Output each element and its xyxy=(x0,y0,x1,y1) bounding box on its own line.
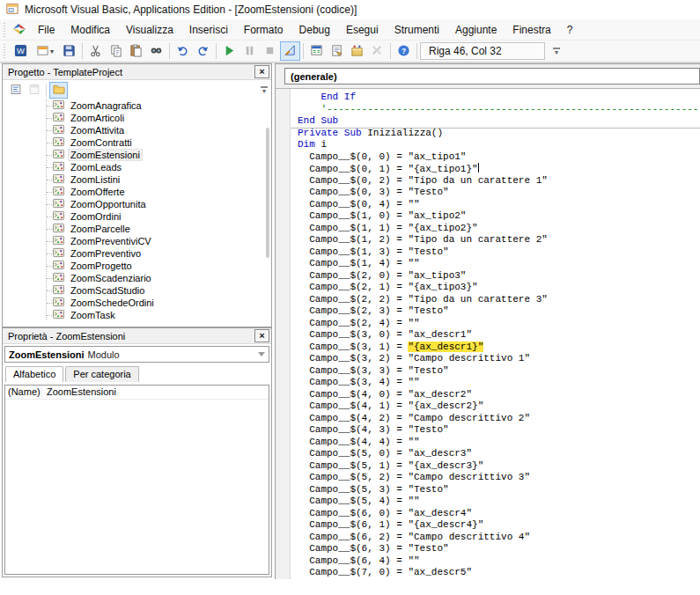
toolbar-overflow-button[interactable]: ▾ xyxy=(550,42,563,60)
menu-formato[interactable]: Formato xyxy=(236,21,291,39)
save-button[interactable] xyxy=(59,41,79,61)
code-line[interactable]: Campo__$(3, 3) = "Testo" xyxy=(298,365,700,378)
code-line[interactable]: Campo__$(4, 0) = "ax_descr2" xyxy=(298,389,700,401)
tab-alfabetico[interactable]: Alfabetico xyxy=(5,366,63,382)
code-line[interactable]: Campo__$(4, 4) = "" xyxy=(298,437,700,449)
cut-button[interactable] xyxy=(85,41,106,61)
code-line[interactable]: Campo__$(6, 0) = "ax_descr4" xyxy=(298,508,700,520)
menu-modifica[interactable]: Modifica xyxy=(63,21,118,39)
tree-item-zoomopportunita[interactable]: ZoomOpportunita xyxy=(3,198,271,210)
code-line[interactable]: Campo__$(6, 3) = "Testo" xyxy=(298,543,700,555)
menu-visualizza[interactable]: Visualizza xyxy=(118,21,181,39)
project-toolbar-overflow-button[interactable]: ▾ xyxy=(258,81,270,99)
object-browser-button[interactable] xyxy=(347,41,367,61)
view-object-button[interactable] xyxy=(25,82,43,99)
code-line[interactable]: Campo__$(2, 2) = "Tipo da un carattere 3… xyxy=(298,294,700,306)
tree-item-zoomprogetto[interactable]: ZoomProgetto xyxy=(3,260,271,272)
find-button[interactable] xyxy=(146,41,166,61)
code-line[interactable]: Campo__$(2, 4) = "" xyxy=(298,318,700,330)
tree-item-zoomcontratti[interactable]: ZoomContratti xyxy=(3,136,271,149)
code-line[interactable]: Dim i xyxy=(298,139,700,151)
code-line[interactable]: Campo__$(3, 2) = "Campo descrittivo 1" xyxy=(298,353,700,365)
code-line[interactable]: Campo__$(5, 2) = "Campo descrittivo 3" xyxy=(298,472,700,484)
code-line[interactable]: Campo__$(1, 0) = "ax_tipo2" xyxy=(298,210,700,223)
project-close-button[interactable]: × xyxy=(254,65,269,78)
toolbox-button[interactable] xyxy=(367,41,387,61)
code-line[interactable]: Campo__$(4, 2) = "Campo descrittivo 2" xyxy=(298,413,700,425)
properties-close-button[interactable]: × xyxy=(254,329,269,342)
tree-item-zoomlistini[interactable]: ZoomListini xyxy=(3,173,271,186)
code-line[interactable]: Campo__$(1, 2) = "Tipo da un carattere 2… xyxy=(298,234,700,246)
tree-item-zoomleads[interactable]: ZoomLeads xyxy=(3,161,271,173)
code-line[interactable]: Campo__$(1, 3) = "Testo" xyxy=(298,246,700,259)
code-line[interactable]: Campo__$(5, 4) = "" xyxy=(298,496,700,508)
copy-button[interactable] xyxy=(106,41,126,61)
tree-item-zoomparcelle[interactable]: ZoomParcelle xyxy=(3,223,271,235)
code-line[interactable]: Campo__$(1, 4) = "" xyxy=(298,258,700,270)
code-line[interactable]: Campo__$(0, 2) = "Tipo da un carattere 1… xyxy=(298,175,700,187)
redo-button[interactable] xyxy=(193,41,213,61)
design-mode-button[interactable] xyxy=(280,41,300,61)
code-line[interactable]: '---------------------------------------… xyxy=(298,104,700,116)
code-line[interactable]: Campo__$(4, 3) = "Testo" xyxy=(298,424,700,437)
tree-item-zoompreventivo[interactable]: ZoomPreventivo xyxy=(3,247,271,260)
tab-per-categoria[interactable]: Per categoria xyxy=(65,366,138,382)
property-value-cell[interactable]: ZoomEstensioni xyxy=(42,386,269,399)
code-line[interactable]: Campo__$(4, 1) = "{ax_descr2}" xyxy=(298,400,700,413)
code-line[interactable]: Campo__$(0, 4) = "" xyxy=(298,199,700,211)
reset-button[interactable] xyxy=(260,41,280,61)
code-line[interactable]: Campo__$(2, 0) = "ax_tipo3" xyxy=(298,270,700,283)
toggle-folders-button[interactable] xyxy=(49,82,68,99)
code-line[interactable]: Campo__$(6, 4) = "" xyxy=(298,555,700,568)
code-line[interactable]: Campo__$(5, 0) = "ax_descr3" xyxy=(298,448,700,460)
paste-button[interactable] xyxy=(126,41,146,61)
code-line[interactable]: Campo__$(0, 1) = "{ax_tipo1}" xyxy=(298,163,700,175)
view-microsoft-word-button[interactable]: W xyxy=(11,41,31,61)
insert-userform-button[interactable]: ▾ xyxy=(31,41,59,61)
code-line[interactable]: End If xyxy=(298,92,700,104)
code-line[interactable]: Campo__$(0, 3) = "Testo" xyxy=(298,187,700,199)
code-line[interactable]: Campo__$(5, 3) = "Testo" xyxy=(298,484,700,496)
menu-strumenti[interactable]: Strumenti xyxy=(387,21,447,39)
tree-item-zoomscadenziario[interactable]: ZoomScadenziario xyxy=(3,272,271,284)
help-button[interactable]: ? xyxy=(394,41,414,61)
code-line[interactable]: Campo__$(7, 0) = "ax_descr5" xyxy=(298,567,700,579)
tree-item-zoomschedeordini[interactable]: ZoomSchedeOrdini xyxy=(3,297,271,309)
tree-item-zoomtask[interactable]: ZoomTask xyxy=(3,309,271,321)
break-button[interactable] xyxy=(239,41,260,61)
tree-item-zoomestensioni[interactable]: ZoomEstensioni xyxy=(3,149,271,161)
code-line[interactable]: Campo__$(2, 1) = "{ax_tipo3}" xyxy=(298,282,700,294)
tree-item-zoomordini[interactable]: ZoomOrdini xyxy=(3,210,271,223)
code-margin-indicator-bar[interactable] xyxy=(276,89,291,579)
code-line[interactable]: Campo__$(6, 1) = "{ax_descr4}" xyxy=(298,519,700,532)
menu-debug[interactable]: Debug xyxy=(291,21,338,39)
view-code-button[interactable] xyxy=(6,82,25,99)
tree-item-zoomanagrafica[interactable]: ZoomAnagrafica xyxy=(3,99,271,112)
code-line[interactable]: Campo__$(2, 3) = "Testo" xyxy=(298,305,700,318)
code-line[interactable]: Campo__$(0, 0) = "ax_tipo1" xyxy=(298,151,700,164)
menu-[interactable]: ? xyxy=(559,21,581,39)
tree-item-zoomarticoli[interactable]: ZoomArticoli xyxy=(3,112,271,124)
menu-finestra[interactable]: Finestra xyxy=(505,21,558,39)
menu-inserisci[interactable]: Inserisci xyxy=(181,21,236,39)
menu-esegui[interactable]: Esegui xyxy=(338,21,387,39)
menu-aggiunte[interactable]: Aggiunte xyxy=(447,21,505,39)
project-explorer-button[interactable] xyxy=(306,41,327,61)
tree-item-zoompreventivicv[interactable]: ZoomPreventiviCV xyxy=(3,235,271,247)
undo-button[interactable] xyxy=(173,41,193,61)
code-line[interactable]: Campo__$(3, 0) = "ax_descr1" xyxy=(298,329,700,342)
code-line[interactable]: Private Sub Inizializza() xyxy=(298,128,700,140)
code-editor-text[interactable]: End If '--------------------------------… xyxy=(291,89,700,579)
code-line[interactable]: Campo__$(1, 1) = "{ax_tipo2}" xyxy=(298,223,700,235)
code-line[interactable]: Campo__$(3, 4) = "" xyxy=(298,377,700,389)
code-line[interactable]: Campo__$(3, 1) = "{ax_descr1}" xyxy=(298,342,700,354)
code-line[interactable]: Campo__$(6, 2) = "Campo descrittivo 4" xyxy=(298,532,700,544)
menu-file[interactable]: File xyxy=(30,21,63,39)
project-tree-scrollbar[interactable] xyxy=(266,128,269,258)
tree-item-zoomofferte[interactable]: ZoomOfferte xyxy=(3,186,271,198)
code-line[interactable]: Campo__$(5, 1) = "{ax_descr3}" xyxy=(298,460,700,473)
tree-item-zoomattivita[interactable]: ZoomAttivita xyxy=(3,124,271,136)
run-button[interactable] xyxy=(219,41,239,61)
properties-window-button[interactable] xyxy=(327,41,347,61)
object-dropdown[interactable]: (generale) xyxy=(284,68,700,84)
